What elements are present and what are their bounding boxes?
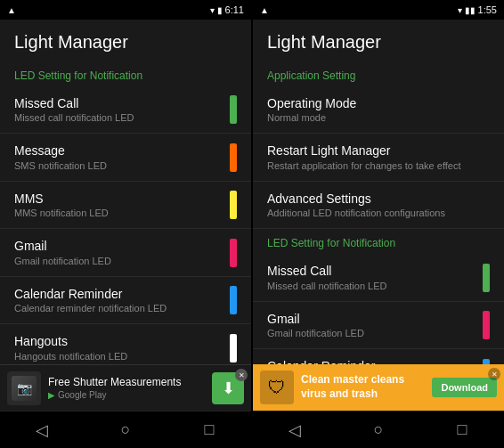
ad-banner-right[interactable]: 🛡 Clean master cleans virus and trash Do… bbox=[253, 364, 504, 411]
nav-back-right[interactable]: ◁ bbox=[268, 411, 321, 449]
item-text-operating-mode: Operating Mode Normal mode bbox=[267, 95, 490, 124]
led-indicator-message-left bbox=[230, 143, 237, 172]
right-phone: ▲ ▾ ▮▮ 1:55 Light Manager Application Se… bbox=[253, 0, 504, 448]
item-text-advanced: Advanced Settings Additional LED notific… bbox=[267, 191, 490, 219]
list-item-operating-mode[interactable]: Operating Mode Normal mode bbox=[253, 86, 504, 134]
list-item-message-left[interactable]: Message SMS notification LED bbox=[0, 134, 251, 181]
nav-back-left[interactable]: ◁ bbox=[15, 411, 69, 449]
item-text-calendar-right: Calendar Reminder Calendar reminder noti… bbox=[267, 358, 476, 364]
wifi-icon: ▾ bbox=[210, 5, 215, 15]
ad-title-left: Free Shutter Measurements bbox=[48, 376, 205, 388]
item-text-hangouts-left: Hangouts Hangouts notification LED bbox=[14, 333, 223, 362]
item-text-missed-call-left: Missed Call Missed call notification LED bbox=[14, 95, 223, 124]
app-header-right: Light Manager bbox=[253, 20, 504, 61]
nav-home-right[interactable]: ○ bbox=[352, 411, 405, 449]
status-bar-right-area: ▾ ▮ 6:11 bbox=[210, 4, 244, 15]
nav-recents-left[interactable]: □ bbox=[183, 411, 236, 449]
item-title: Restart Light Manager bbox=[267, 143, 490, 159]
list-item-missed-call-right[interactable]: Missed Call Missed call notification LED bbox=[253, 254, 504, 301]
list-item-calendar-left[interactable]: Calendar Reminder Calendar reminder noti… bbox=[0, 277, 251, 324]
item-subtitle: SMS notification LED bbox=[14, 159, 223, 172]
app-title-left: Light Manager bbox=[14, 32, 237, 53]
list-item-gmail-right[interactable]: Gmail Gmail notification LED bbox=[253, 302, 504, 349]
wifi-icon-right: ▾ bbox=[458, 5, 462, 15]
status-bar-right-left-icons: ▲ bbox=[260, 5, 269, 15]
led-indicator-missed-call-left bbox=[230, 95, 237, 124]
item-text-calendar-left: Calendar Reminder Calendar reminder noti… bbox=[14, 286, 223, 314]
ad-icon-symbol-right: 🛡 bbox=[268, 378, 286, 398]
item-title: Missed Call bbox=[267, 263, 476, 279]
section-led-header-left: LED Setting for Notification bbox=[0, 61, 251, 86]
app-title-right: Light Manager bbox=[267, 32, 490, 53]
item-subtitle: Gmail notification LED bbox=[14, 255, 223, 267]
ad-icon-right: 🛡 bbox=[260, 371, 294, 404]
ad-icon-left: 📷 bbox=[7, 371, 41, 405]
list-item-missed-call-left[interactable]: Missed Call Missed call notification LED bbox=[0, 86, 251, 134]
item-text-gmail-left: Gmail Gmail notification LED bbox=[14, 238, 223, 266]
item-subtitle: Additional LED notification configuratio… bbox=[267, 207, 490, 219]
item-title: Advanced Settings bbox=[267, 191, 490, 207]
ad-text-right: Clean master cleans virus and trash bbox=[301, 373, 425, 401]
item-title: Hangouts bbox=[14, 333, 223, 349]
status-bar-left: ▲ ▾ ▮ 6:11 bbox=[0, 0, 251, 20]
item-title: Gmail bbox=[14, 238, 223, 254]
ad-banner-left[interactable]: 📷 Free Shutter Measurements ▶ Google Pla… bbox=[0, 364, 251, 411]
content-right: Operating Mode Normal mode Restart Light… bbox=[253, 86, 504, 364]
ad-close-btn-left[interactable]: ✕ bbox=[235, 369, 248, 381]
list-item-mms-left[interactable]: MMS MMS notification LED bbox=[0, 182, 251, 229]
item-subtitle: Missed call notification LED bbox=[14, 111, 223, 124]
ad-title-right: Clean master cleans virus and trash bbox=[301, 373, 425, 401]
item-subtitle: Normal mode bbox=[267, 111, 490, 124]
item-title: MMS bbox=[14, 191, 223, 207]
list-item-hangouts-left[interactable]: Hangouts Hangouts notification LED bbox=[0, 324, 251, 364]
bottom-nav-right: ◁ ○ □ bbox=[253, 411, 504, 448]
battery-icon: ▮ bbox=[217, 5, 223, 15]
status-time-right: 1:55 bbox=[478, 4, 497, 15]
signal-icon: ▲ bbox=[7, 5, 16, 15]
led-indicator-hangouts-left bbox=[230, 334, 237, 362]
battery-icon-right: ▮▮ bbox=[465, 5, 476, 15]
nav-home-left[interactable]: ○ bbox=[99, 411, 152, 449]
item-subtitle: Missed call notification LED bbox=[267, 280, 476, 292]
google-play-icon-left: ▶ bbox=[48, 391, 54, 400]
item-title: Calendar Reminder bbox=[14, 286, 223, 302]
ad-icon-inner-left: 📷 bbox=[12, 376, 37, 401]
item-text-message-left: Message SMS notification LED bbox=[14, 143, 223, 171]
item-text-mms-left: MMS MMS notification LED bbox=[14, 191, 223, 219]
item-subtitle: MMS notification LED bbox=[14, 207, 223, 219]
status-time-left: 6:11 bbox=[225, 4, 244, 15]
ad-download-btn-right[interactable]: Download bbox=[432, 378, 497, 397]
ad-subtitle-left: ▶ Google Play bbox=[48, 390, 205, 400]
led-indicator-gmail-right bbox=[483, 311, 490, 339]
led-indicator-calendar-left bbox=[230, 286, 237, 314]
item-subtitle: Gmail notification LED bbox=[267, 327, 476, 339]
bottom-nav-left: ◁ ○ □ bbox=[0, 411, 251, 448]
item-title: Calendar Reminder bbox=[267, 358, 476, 364]
status-bar-right-right-icons: ▾ ▮▮ 1:55 bbox=[458, 4, 497, 15]
led-indicator-mms-left bbox=[230, 191, 237, 219]
signal-icon-right: ▲ bbox=[260, 5, 269, 15]
led-indicator-gmail-left bbox=[230, 239, 237, 267]
item-title: Operating Mode bbox=[267, 95, 490, 111]
led-indicator-missed-call-right bbox=[483, 264, 490, 292]
item-text-missed-call-right: Missed Call Missed call notification LED bbox=[267, 263, 476, 291]
content-left: Missed Call Missed call notification LED… bbox=[0, 86, 251, 364]
status-bar-right: ▲ ▾ ▮▮ 1:55 bbox=[253, 0, 504, 20]
nav-recents-right[interactable]: □ bbox=[435, 411, 489, 449]
left-phone: ▲ ▾ ▮ 6:11 Light Manager LED Setting for… bbox=[0, 0, 251, 448]
ad-text-left: Free Shutter Measurements ▶ Google Play bbox=[48, 376, 205, 400]
item-title: Message bbox=[14, 143, 223, 159]
item-subtitle: Restart application for changes to take … bbox=[267, 159, 490, 172]
section-led-label-right: LED Setting for Notification bbox=[267, 237, 395, 249]
ad-close-btn-right[interactable]: ✕ bbox=[488, 368, 500, 380]
list-item-advanced[interactable]: Advanced Settings Additional LED notific… bbox=[253, 182, 504, 229]
item-title: Gmail bbox=[267, 311, 476, 327]
section-led-header-right: LED Setting for Notification bbox=[253, 229, 504, 254]
app-header-left: Light Manager bbox=[0, 20, 251, 61]
item-subtitle: Hangouts notification LED bbox=[14, 350, 223, 362]
section-led-label-left: LED Setting for Notification bbox=[14, 69, 142, 82]
list-item-restart[interactable]: Restart Light Manager Restart applicatio… bbox=[253, 134, 504, 181]
list-item-gmail-left[interactable]: Gmail Gmail notification LED bbox=[0, 229, 251, 276]
item-text-gmail-right: Gmail Gmail notification LED bbox=[267, 311, 476, 339]
list-item-calendar-right[interactable]: Calendar Reminder Calendar reminder noti… bbox=[253, 349, 504, 364]
